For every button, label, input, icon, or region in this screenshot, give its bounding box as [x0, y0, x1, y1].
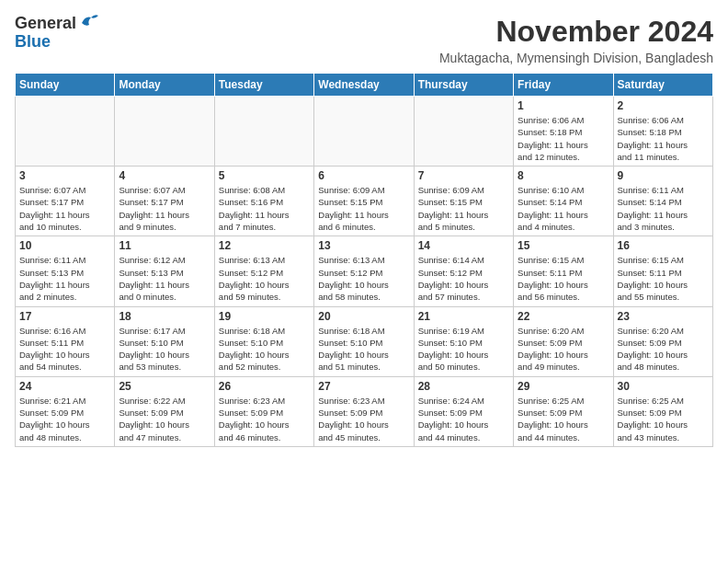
day-info: Sunrise: 6:13 AM Sunset: 5:12 PM Dayligh…	[219, 254, 310, 303]
calendar-cell: 14Sunrise: 6:14 AM Sunset: 5:12 PM Dayli…	[414, 236, 513, 306]
day-number: 13	[318, 239, 409, 252]
day-number: 9	[618, 169, 709, 182]
calendar-cell: 25Sunrise: 6:22 AM Sunset: 5:09 PM Dayli…	[115, 376, 214, 446]
weekday-header-thursday: Thursday	[414, 74, 513, 97]
day-info: Sunrise: 6:20 AM Sunset: 5:09 PM Dayligh…	[618, 325, 709, 373]
page-header: General Blue November 2024 Muktagacha, M…	[15, 15, 713, 65]
logo-blue: Blue	[15, 33, 51, 52]
day-info: Sunrise: 6:25 AM Sunset: 5:09 PM Dayligh…	[518, 395, 609, 443]
day-number: 24	[19, 380, 110, 393]
day-info: Sunrise: 6:23 AM Sunset: 5:09 PM Dayligh…	[219, 395, 310, 443]
day-info: Sunrise: 6:15 AM Sunset: 5:11 PM Dayligh…	[518, 254, 609, 303]
day-info: Sunrise: 6:13 AM Sunset: 5:12 PM Dayligh…	[318, 254, 409, 303]
day-info: Sunrise: 6:07 AM Sunset: 5:17 PM Dayligh…	[19, 184, 110, 233]
day-info: Sunrise: 6:24 AM Sunset: 5:09 PM Dayligh…	[418, 395, 509, 443]
day-info: Sunrise: 6:14 AM Sunset: 5:12 PM Dayligh…	[418, 254, 509, 303]
calendar-cell: 30Sunrise: 6:25 AM Sunset: 5:09 PM Dayli…	[613, 376, 712, 446]
calendar-cell: 16Sunrise: 6:15 AM Sunset: 5:11 PM Dayli…	[613, 236, 712, 306]
day-number: 15	[518, 239, 609, 252]
day-number: 29	[518, 380, 609, 393]
calendar-cell: 9Sunrise: 6:11 AM Sunset: 5:14 PM Daylig…	[613, 167, 712, 236]
day-number: 18	[119, 310, 210, 323]
day-number: 4	[119, 169, 210, 182]
calendar-cell	[16, 97, 115, 167]
calendar-cell: 29Sunrise: 6:25 AM Sunset: 5:09 PM Dayli…	[514, 376, 613, 446]
calendar-cell: 27Sunrise: 6:23 AM Sunset: 5:09 PM Dayli…	[314, 376, 414, 446]
calendar-cell: 18Sunrise: 6:17 AM Sunset: 5:10 PM Dayli…	[115, 306, 214, 376]
day-info: Sunrise: 6:08 AM Sunset: 5:16 PM Dayligh…	[219, 184, 310, 233]
calendar-cell: 17Sunrise: 6:16 AM Sunset: 5:11 PM Dayli…	[16, 306, 115, 376]
logo-general: General	[15, 15, 76, 33]
calendar-cell	[314, 97, 414, 167]
calendar-cell: 28Sunrise: 6:24 AM Sunset: 5:09 PM Dayli…	[414, 376, 513, 446]
logo-bird-icon	[78, 14, 98, 30]
week-row-3: 10Sunrise: 6:11 AM Sunset: 5:13 PM Dayli…	[16, 236, 713, 306]
day-info: Sunrise: 6:25 AM Sunset: 5:09 PM Dayligh…	[618, 395, 709, 443]
day-number: 7	[418, 169, 509, 182]
calendar-cell: 5Sunrise: 6:08 AM Sunset: 5:16 PM Daylig…	[214, 167, 313, 236]
weekday-header-tuesday: Tuesday	[214, 74, 313, 97]
day-info: Sunrise: 6:09 AM Sunset: 5:15 PM Dayligh…	[418, 184, 509, 233]
weekday-header-monday: Monday	[115, 74, 214, 97]
calendar-cell	[115, 97, 214, 167]
calendar-cell: 7Sunrise: 6:09 AM Sunset: 5:15 PM Daylig…	[414, 167, 513, 236]
calendar-cell: 20Sunrise: 6:18 AM Sunset: 5:10 PM Dayli…	[314, 306, 414, 376]
day-number: 12	[219, 239, 310, 252]
day-info: Sunrise: 6:18 AM Sunset: 5:10 PM Dayligh…	[318, 325, 409, 373]
day-number: 16	[618, 239, 709, 252]
calendar-cell: 24Sunrise: 6:21 AM Sunset: 5:09 PM Dayli…	[16, 376, 115, 446]
day-number: 2	[618, 99, 709, 112]
calendar-cell: 6Sunrise: 6:09 AM Sunset: 5:15 PM Daylig…	[314, 167, 414, 236]
day-info: Sunrise: 6:11 AM Sunset: 5:13 PM Dayligh…	[19, 254, 110, 303]
day-number: 22	[518, 310, 609, 323]
day-number: 25	[119, 380, 210, 393]
calendar-cell: 13Sunrise: 6:13 AM Sunset: 5:12 PM Dayli…	[314, 236, 414, 306]
day-number: 6	[318, 169, 409, 182]
day-info: Sunrise: 6:12 AM Sunset: 5:13 PM Dayligh…	[119, 254, 210, 303]
day-number: 5	[219, 169, 310, 182]
title-block: November 2024 Muktagacha, Mymensingh Div…	[439, 15, 713, 65]
calendar-cell: 8Sunrise: 6:10 AM Sunset: 5:14 PM Daylig…	[514, 167, 613, 236]
calendar-cell	[214, 97, 313, 167]
calendar-cell: 19Sunrise: 6:18 AM Sunset: 5:10 PM Dayli…	[214, 306, 313, 376]
day-info: Sunrise: 6:09 AM Sunset: 5:15 PM Dayligh…	[318, 184, 409, 233]
day-number: 11	[119, 239, 210, 252]
calendar-cell: 11Sunrise: 6:12 AM Sunset: 5:13 PM Dayli…	[115, 236, 214, 306]
day-number: 19	[219, 310, 310, 323]
week-row-2: 3Sunrise: 6:07 AM Sunset: 5:17 PM Daylig…	[16, 167, 713, 236]
day-number: 23	[618, 310, 709, 323]
month-title: November 2024	[439, 15, 713, 49]
logo: General Blue	[15, 15, 98, 52]
week-row-1: 1Sunrise: 6:06 AM Sunset: 5:18 PM Daylig…	[16, 97, 713, 167]
calendar-cell: 1Sunrise: 6:06 AM Sunset: 5:18 PM Daylig…	[514, 97, 613, 167]
day-info: Sunrise: 6:10 AM Sunset: 5:14 PM Dayligh…	[518, 184, 609, 233]
calendar-cell: 15Sunrise: 6:15 AM Sunset: 5:11 PM Dayli…	[514, 236, 613, 306]
day-info: Sunrise: 6:17 AM Sunset: 5:10 PM Dayligh…	[119, 325, 210, 373]
weekday-header-friday: Friday	[514, 74, 613, 97]
calendar-cell: 10Sunrise: 6:11 AM Sunset: 5:13 PM Dayli…	[16, 236, 115, 306]
day-number: 14	[418, 239, 509, 252]
day-number: 8	[518, 169, 609, 182]
day-info: Sunrise: 6:22 AM Sunset: 5:09 PM Dayligh…	[119, 395, 210, 443]
day-number: 28	[418, 380, 509, 393]
day-info: Sunrise: 6:21 AM Sunset: 5:09 PM Dayligh…	[19, 395, 110, 443]
weekday-header-row: SundayMondayTuesdayWednesdayThursdayFrid…	[16, 74, 713, 97]
day-info: Sunrise: 6:18 AM Sunset: 5:10 PM Dayligh…	[219, 325, 310, 373]
calendar-cell: 12Sunrise: 6:13 AM Sunset: 5:12 PM Dayli…	[214, 236, 313, 306]
day-number: 1	[518, 99, 609, 112]
day-info: Sunrise: 6:19 AM Sunset: 5:10 PM Dayligh…	[418, 325, 509, 373]
calendar-table: SundayMondayTuesdayWednesdayThursdayFrid…	[15, 73, 713, 447]
day-number: 10	[19, 239, 110, 252]
calendar-cell: 2Sunrise: 6:06 AM Sunset: 5:18 PM Daylig…	[613, 97, 712, 167]
day-info: Sunrise: 6:06 AM Sunset: 5:18 PM Dayligh…	[518, 114, 609, 163]
day-info: Sunrise: 6:16 AM Sunset: 5:11 PM Dayligh…	[19, 325, 110, 373]
calendar-cell	[414, 97, 513, 167]
calendar-cell: 3Sunrise: 6:07 AM Sunset: 5:17 PM Daylig…	[16, 167, 115, 236]
day-info: Sunrise: 6:07 AM Sunset: 5:17 PM Dayligh…	[119, 184, 210, 233]
day-number: 30	[618, 380, 709, 393]
day-info: Sunrise: 6:06 AM Sunset: 5:18 PM Dayligh…	[618, 114, 709, 163]
day-info: Sunrise: 6:23 AM Sunset: 5:09 PM Dayligh…	[318, 395, 409, 443]
day-number: 27	[318, 380, 409, 393]
weekday-header-sunday: Sunday	[16, 74, 115, 97]
day-info: Sunrise: 6:15 AM Sunset: 5:11 PM Dayligh…	[618, 254, 709, 303]
